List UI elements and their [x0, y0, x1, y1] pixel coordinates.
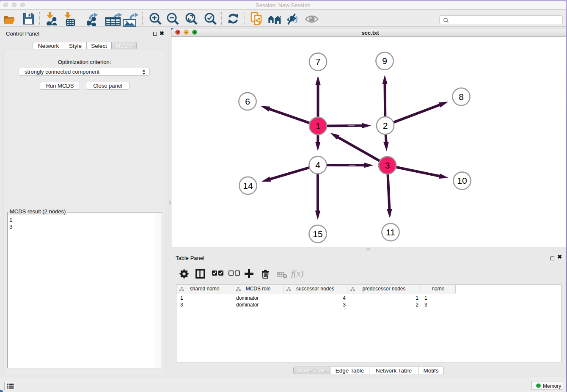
svg-text:8: 8 [459, 92, 464, 102]
svg-text:6: 6 [245, 97, 250, 106]
svg-text:10: 10 [457, 176, 467, 185]
svg-text:1: 1 [316, 121, 321, 131]
svg-text:9: 9 [382, 56, 387, 66]
svg-text:3: 3 [385, 160, 390, 170]
svg-text:14: 14 [243, 181, 253, 190]
svg-text:11: 11 [386, 227, 395, 237]
svg-text:4: 4 [315, 160, 320, 170]
svg-text:7: 7 [316, 57, 321, 66]
svg-text:15: 15 [313, 229, 322, 239]
svg-text:2: 2 [383, 121, 388, 130]
